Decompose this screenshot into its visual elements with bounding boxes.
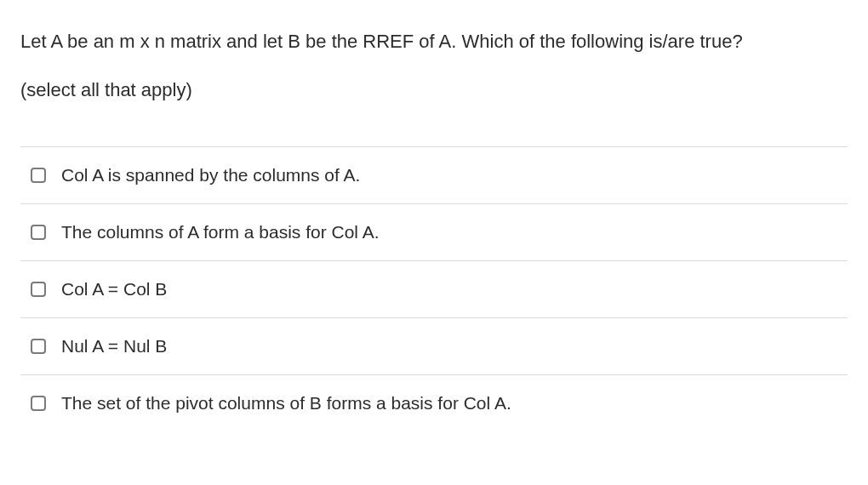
- question-stem: Let A be an m x n matrix and let B be th…: [20, 24, 848, 60]
- option-item[interactable]: The columns of A form a basis for Col A.: [20, 203, 848, 260]
- option-item[interactable]: Col A is spanned by the columns of A.: [20, 146, 848, 203]
- option-label[interactable]: Nul A = Nul B: [61, 334, 167, 358]
- option-label[interactable]: The set of the pivot columns of B forms …: [61, 391, 511, 415]
- option-label[interactable]: Col A is spanned by the columns of A.: [61, 163, 360, 187]
- option-checkbox[interactable]: [31, 168, 46, 183]
- option-item[interactable]: Col A = Col B: [20, 260, 848, 317]
- option-list: Col A is spanned by the columns of A. Th…: [20, 146, 848, 431]
- option-checkbox[interactable]: [31, 339, 46, 354]
- option-label[interactable]: Col A = Col B: [61, 277, 167, 301]
- option-item[interactable]: The set of the pivot columns of B forms …: [20, 374, 848, 431]
- option-item[interactable]: Nul A = Nul B: [20, 317, 848, 374]
- option-checkbox[interactable]: [31, 225, 46, 240]
- question-instruction: (select all that apply): [20, 76, 848, 104]
- option-checkbox[interactable]: [31, 282, 46, 297]
- option-checkbox[interactable]: [31, 396, 46, 411]
- option-label[interactable]: The columns of A form a basis for Col A.: [61, 220, 380, 244]
